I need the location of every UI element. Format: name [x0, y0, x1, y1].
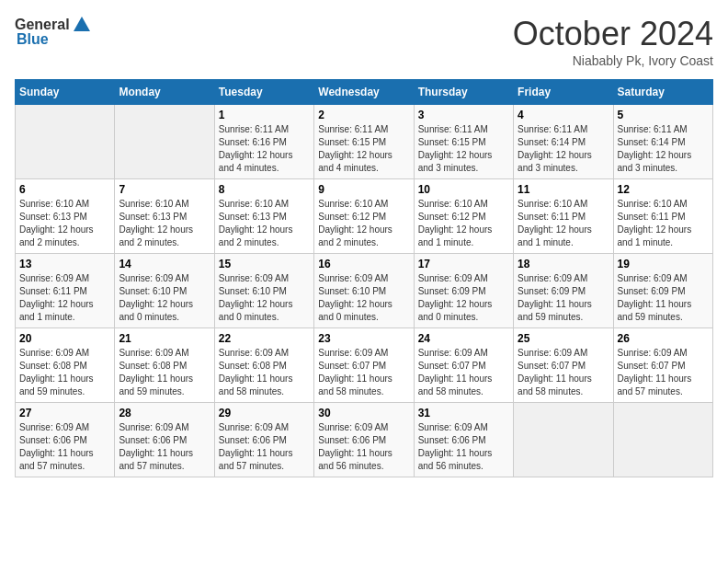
- calendar-day-cell: 30Sunrise: 6:09 AMSunset: 6:06 PMDayligh…: [314, 403, 414, 477]
- calendar-day-cell: 5Sunrise: 6:11 AMSunset: 6:14 PMDaylight…: [613, 105, 712, 179]
- svg-marker-0: [74, 17, 90, 31]
- day-number: 12: [618, 183, 709, 196]
- calendar-day-cell: 6Sunrise: 6:10 AMSunset: 6:13 PMDaylight…: [16, 179, 115, 254]
- calendar-day-cell: 23Sunrise: 6:09 AMSunset: 6:07 PMDayligh…: [314, 328, 414, 403]
- day-number: 24: [418, 332, 509, 345]
- calendar-day-cell: 15Sunrise: 6:09 AMSunset: 6:10 PMDayligh…: [214, 254, 313, 328]
- day-number: 14: [119, 258, 210, 270]
- day-number: 2: [318, 109, 409, 121]
- day-info: Sunrise: 6:10 AMSunset: 6:11 PMDaylight:…: [518, 198, 609, 249]
- day-number: 22: [219, 332, 310, 345]
- day-number: 7: [119, 183, 210, 196]
- day-info: Sunrise: 6:09 AMSunset: 6:10 PMDaylight:…: [318, 272, 409, 324]
- weekday-header: Tuesday: [214, 80, 313, 105]
- day-number: 1: [219, 109, 310, 121]
- day-info: Sunrise: 6:09 AMSunset: 6:10 PMDaylight:…: [219, 272, 310, 324]
- day-info: Sunrise: 6:09 AMSunset: 6:06 PMDaylight:…: [418, 421, 509, 473]
- calendar-day-cell: 29Sunrise: 6:09 AMSunset: 6:06 PMDayligh…: [214, 403, 313, 477]
- calendar-week-row: 6Sunrise: 6:10 AMSunset: 6:13 PMDaylight…: [16, 179, 713, 254]
- day-number: 8: [219, 183, 310, 196]
- calendar-day-cell: 4Sunrise: 6:11 AMSunset: 6:14 PMDaylight…: [514, 105, 613, 179]
- day-info: Sunrise: 6:09 AMSunset: 6:08 PMDaylight:…: [119, 347, 210, 398]
- calendar-day-cell: 1Sunrise: 6:11 AMSunset: 6:16 PMDaylight…: [214, 105, 313, 179]
- day-number: 31: [418, 407, 509, 419]
- day-info: Sunrise: 6:09 AMSunset: 6:09 PMDaylight:…: [418, 272, 509, 324]
- day-info: Sunrise: 6:10 AMSunset: 6:12 PMDaylight:…: [418, 198, 509, 249]
- weekday-header: Thursday: [414, 80, 513, 105]
- day-info: Sunrise: 6:09 AMSunset: 6:06 PMDaylight:…: [219, 421, 310, 473]
- day-number: 21: [119, 332, 210, 345]
- weekday-header-row: SundayMondayTuesdayWednesdayThursdayFrid…: [16, 80, 713, 105]
- day-info: Sunrise: 6:10 AMSunset: 6:11 PMDaylight:…: [618, 198, 709, 249]
- day-number: 20: [19, 332, 110, 345]
- day-info: Sunrise: 6:09 AMSunset: 6:09 PMDaylight:…: [518, 272, 609, 324]
- weekday-header: Saturday: [613, 80, 712, 105]
- calendar-day-cell: 8Sunrise: 6:10 AMSunset: 6:13 PMDaylight…: [214, 179, 313, 254]
- day-number: 10: [418, 183, 509, 196]
- month-title: October 2024: [513, 15, 713, 53]
- calendar-day-cell: 18Sunrise: 6:09 AMSunset: 6:09 PMDayligh…: [514, 254, 613, 328]
- calendar-day-cell: 16Sunrise: 6:09 AMSunset: 6:10 PMDayligh…: [314, 254, 414, 328]
- calendar-day-cell: 31Sunrise: 6:09 AMSunset: 6:06 PMDayligh…: [414, 403, 513, 477]
- weekday-header: Wednesday: [314, 80, 414, 105]
- day-info: Sunrise: 6:09 AMSunset: 6:10 PMDaylight:…: [119, 272, 210, 324]
- calendar-day-cell: 26Sunrise: 6:09 AMSunset: 6:07 PMDayligh…: [613, 328, 712, 403]
- day-number: 6: [19, 183, 110, 196]
- day-number: 19: [618, 258, 709, 270]
- day-info: Sunrise: 6:09 AMSunset: 6:07 PMDaylight:…: [518, 347, 609, 398]
- calendar-day-cell: 9Sunrise: 6:10 AMSunset: 6:12 PMDaylight…: [314, 179, 414, 254]
- day-info: Sunrise: 6:09 AMSunset: 6:08 PMDaylight:…: [19, 347, 110, 398]
- day-number: 25: [518, 332, 609, 345]
- calendar-week-row: 20Sunrise: 6:09 AMSunset: 6:08 PMDayligh…: [16, 328, 713, 403]
- logo-blue-text: Blue: [15, 31, 49, 48]
- calendar-day-cell: 17Sunrise: 6:09 AMSunset: 6:09 PMDayligh…: [414, 254, 513, 328]
- calendar-week-row: 27Sunrise: 6:09 AMSunset: 6:06 PMDayligh…: [16, 403, 713, 477]
- calendar-day-cell: 27Sunrise: 6:09 AMSunset: 6:06 PMDayligh…: [16, 403, 115, 477]
- day-info: Sunrise: 6:09 AMSunset: 6:09 PMDaylight:…: [618, 272, 709, 324]
- calendar-day-cell: 22Sunrise: 6:09 AMSunset: 6:08 PMDayligh…: [214, 328, 313, 403]
- calendar-day-cell: 20Sunrise: 6:09 AMSunset: 6:08 PMDayligh…: [16, 328, 115, 403]
- calendar-day-cell: 3Sunrise: 6:11 AMSunset: 6:15 PMDaylight…: [414, 105, 513, 179]
- location-text: Niabably Pk, Ivory Coast: [513, 53, 713, 68]
- day-info: Sunrise: 6:09 AMSunset: 6:06 PMDaylight:…: [19, 421, 110, 473]
- day-info: Sunrise: 6:11 AMSunset: 6:14 PMDaylight:…: [518, 123, 609, 175]
- day-number: 9: [318, 183, 409, 196]
- day-info: Sunrise: 6:09 AMSunset: 6:06 PMDaylight:…: [119, 421, 210, 473]
- day-info: Sunrise: 6:09 AMSunset: 6:11 PMDaylight:…: [19, 272, 110, 324]
- calendar-day-cell: [115, 105, 214, 179]
- day-number: 29: [219, 407, 310, 419]
- day-number: 30: [318, 407, 409, 419]
- calendar-day-cell: [613, 403, 712, 477]
- calendar-day-cell: [16, 105, 115, 179]
- day-number: 4: [518, 109, 609, 121]
- day-number: 16: [318, 258, 409, 270]
- day-info: Sunrise: 6:11 AMSunset: 6:15 PMDaylight:…: [318, 123, 409, 175]
- calendar-day-cell: [514, 403, 613, 477]
- calendar-day-cell: 25Sunrise: 6:09 AMSunset: 6:07 PMDayligh…: [514, 328, 613, 403]
- day-number: 26: [618, 332, 709, 345]
- calendar-day-cell: 11Sunrise: 6:10 AMSunset: 6:11 PMDayligh…: [514, 179, 613, 254]
- day-info: Sunrise: 6:10 AMSunset: 6:13 PMDaylight:…: [19, 198, 110, 249]
- weekday-header: Sunday: [16, 80, 115, 105]
- day-number: 23: [318, 332, 409, 345]
- day-number: 18: [518, 258, 609, 270]
- calendar-day-cell: 12Sunrise: 6:10 AMSunset: 6:11 PMDayligh…: [613, 179, 712, 254]
- calendar-day-cell: 10Sunrise: 6:10 AMSunset: 6:12 PMDayligh…: [414, 179, 513, 254]
- day-info: Sunrise: 6:10 AMSunset: 6:13 PMDaylight:…: [119, 198, 210, 249]
- day-number: 28: [119, 407, 210, 419]
- day-info: Sunrise: 6:09 AMSunset: 6:08 PMDaylight:…: [219, 347, 310, 398]
- title-area: October 2024 Niabably Pk, Ivory Coast: [513, 15, 713, 68]
- day-info: Sunrise: 6:09 AMSunset: 6:07 PMDaylight:…: [418, 347, 509, 398]
- logo: General Blue: [15, 15, 94, 48]
- calendar-day-cell: 21Sunrise: 6:09 AMSunset: 6:08 PMDayligh…: [115, 328, 214, 403]
- day-number: 5: [618, 109, 709, 121]
- day-number: 15: [219, 258, 310, 270]
- calendar-day-cell: 28Sunrise: 6:09 AMSunset: 6:06 PMDayligh…: [115, 403, 214, 477]
- weekday-header: Monday: [115, 80, 214, 105]
- calendar-day-cell: 2Sunrise: 6:11 AMSunset: 6:15 PMDaylight…: [314, 105, 414, 179]
- calendar-day-cell: 7Sunrise: 6:10 AMSunset: 6:13 PMDaylight…: [115, 179, 214, 254]
- day-info: Sunrise: 6:11 AMSunset: 6:15 PMDaylight:…: [418, 123, 509, 175]
- calendar-day-cell: 14Sunrise: 6:09 AMSunset: 6:10 PMDayligh…: [115, 254, 214, 328]
- day-info: Sunrise: 6:11 AMSunset: 6:14 PMDaylight:…: [618, 123, 709, 175]
- page-header: General Blue October 2024 Niabably Pk, I…: [15, 15, 713, 68]
